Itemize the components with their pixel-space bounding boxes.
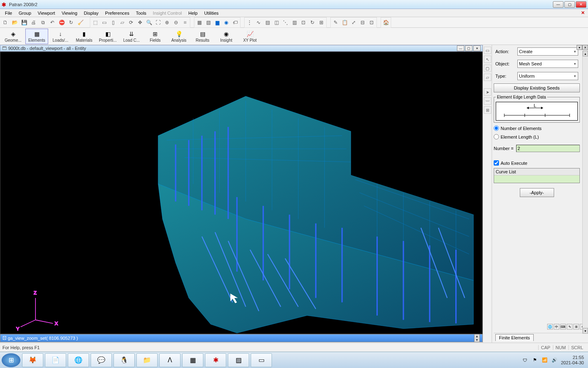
maximize-button[interactable]: ▢ — [564, 1, 575, 8]
zoom-icon[interactable]: 🔍 — [145, 18, 154, 27]
zoom-out-icon[interactable]: ⊖ — [172, 18, 180, 27]
tool-b-icon[interactable]: 📋 — [340, 18, 349, 27]
menu-insight-control[interactable]: Insight Control — [149, 10, 185, 16]
tray-flag-icon[interactable]: ⚑ — [532, 357, 538, 364]
menu-help[interactable]: Help — [185, 10, 201, 16]
pick-any-icon[interactable]: ⊡ — [299, 18, 308, 27]
taskbar-explorer[interactable]: 📁 — [136, 353, 158, 367]
analysis-button[interactable]: 💡Analysis — [167, 29, 190, 44]
history-scroll-up[interactable]: ▲▼ — [474, 334, 480, 342]
zoom-in-icon[interactable]: ⊕ — [163, 18, 172, 27]
hidden-icon[interactable]: ▧ — [204, 18, 213, 27]
display-seeds-button[interactable]: Display Existing Seeds — [494, 83, 580, 92]
label-icon[interactable]: 🏷 — [231, 18, 240, 27]
tray-network-icon[interactable]: 📶 — [541, 357, 548, 364]
insight-button[interactable]: ◉Insight — [215, 29, 238, 44]
object-dropdown[interactable]: Mesh Seed▼ — [517, 60, 578, 68]
close-button[interactable]: ✕ — [576, 1, 586, 8]
menu-group[interactable]: Group — [16, 10, 35, 16]
pick-curve-icon[interactable]: ∿ — [254, 18, 263, 27]
pick-elem-icon[interactable]: ▥ — [290, 18, 299, 27]
view-side-icon[interactable]: ▯ — [109, 18, 118, 27]
home-icon[interactable]: 🏠 — [381, 18, 390, 27]
pick-rect-icon[interactable]: ▢ — [484, 65, 491, 72]
start-button[interactable]: ⊞ — [2, 353, 20, 367]
wireframe-icon[interactable]: ▦ — [195, 18, 204, 27]
menu-preferences[interactable]: Preferences — [102, 10, 132, 16]
elements-button[interactable]: ▦Elements — [25, 29, 48, 44]
tray-shield-icon[interactable]: 🛡 — [522, 357, 528, 364]
new-icon[interactable]: 🗋 — [1, 18, 10, 27]
scroll-down-icon[interactable]: ▼ — [583, 328, 588, 334]
tray-sound-icon[interactable]: 🔊 — [551, 357, 558, 364]
taskbar-firefox[interactable]: 🦊 — [22, 353, 43, 367]
pick-solid-icon[interactable]: ◫ — [272, 18, 281, 27]
type-dropdown[interactable]: Uniform▼ — [517, 72, 578, 80]
pick-arrow-icon[interactable]: ➤ — [484, 88, 491, 96]
action-dropdown[interactable]: Create▼ — [517, 47, 578, 56]
viewport-close-button[interactable]: ✕ — [473, 45, 481, 51]
view-iso-icon[interactable]: ⬚ — [91, 18, 100, 27]
pick-filter-icon[interactable]: ▭ — [484, 47, 491, 54]
taskbar-app3[interactable]: ▭ — [251, 353, 272, 367]
broom-icon[interactable]: 🧹 — [76, 18, 85, 27]
tray-ime1-icon[interactable]: ⌨ — [560, 324, 566, 330]
print-icon[interactable]: 🖨 — [29, 18, 38, 27]
viewport-min-button[interactable]: — — [457, 45, 464, 51]
view-top-icon[interactable]: ▱ — [118, 18, 127, 27]
tool-d-icon[interactable]: ⊟ — [358, 18, 367, 27]
pick-point-icon[interactable]: ⋮ — [245, 18, 254, 27]
viewport-max-button[interactable]: ▢ — [465, 45, 472, 51]
tab-finite-elements[interactable]: Finite Elements — [495, 334, 534, 341]
menu-file[interactable]: File — [2, 10, 16, 16]
open-icon[interactable]: 📂 — [10, 18, 19, 27]
radio-number[interactable] — [494, 126, 499, 131]
smooth-icon[interactable]: ◉ — [222, 18, 231, 27]
menu-tools[interactable]: Tools — [133, 10, 150, 16]
pick-cycle-icon[interactable]: ↻ — [308, 18, 317, 27]
tray-zh-icon[interactable]: 中 — [554, 324, 559, 330]
viewport-3d-canvas[interactable]: Z Y X — [0, 52, 483, 334]
menu-viewing[interactable]: Viewing — [58, 10, 80, 16]
number-input[interactable] — [516, 145, 580, 152]
pick-cursor-icon[interactable]: ↖ — [484, 56, 491, 63]
taskbar-wechat[interactable]: 💬 — [91, 353, 112, 367]
fit-icon[interactable]: ⛶ — [154, 18, 163, 27]
loadcases-button[interactable]: ⇊Load C... — [120, 29, 143, 44]
taskbar-patran[interactable]: ✱ — [205, 353, 226, 367]
scroll-up-icon[interactable]: ▲ — [583, 51, 588, 56]
tray-globe-icon[interactable]: 🌐 — [547, 324, 553, 330]
mdi-close-icon[interactable]: ✕ — [579, 10, 586, 16]
abort-icon[interactable]: ⛔ — [57, 18, 66, 27]
pan-icon[interactable]: ✥ — [136, 18, 145, 27]
tray-ime2-icon[interactable]: ✎ — [567, 324, 572, 330]
taskbar-browser[interactable]: 🌐 — [68, 353, 89, 367]
xyplot-button[interactable]: 📈XY Plot — [238, 29, 261, 44]
refresh-icon[interactable]: ↻ — [67, 18, 76, 27]
pick-node-icon[interactable]: ⋱ — [281, 18, 290, 27]
system-clock[interactable]: 21:55 2021-04-30 — [561, 355, 584, 365]
fields-button[interactable]: ⊞Fields — [144, 29, 167, 44]
panel-pin-icon[interactable]: ▾ — [577, 45, 582, 50]
pick-surface-icon[interactable]: ▤ — [263, 18, 272, 27]
menu-display[interactable]: Display — [80, 10, 102, 16]
taskbar-qq[interactable]: 🐧 — [114, 353, 135, 367]
results-button[interactable]: ▤Results — [191, 29, 214, 44]
save-icon[interactable]: 💾 — [20, 18, 29, 27]
undo-icon[interactable]: ↶ — [48, 18, 57, 27]
properties-button[interactable]: ◧Properti... — [96, 29, 119, 44]
pick-grid-icon[interactable]: ⊞ — [484, 106, 491, 114]
zoom-box-icon[interactable]: ⌗ — [180, 18, 189, 27]
taskbar-ansys[interactable]: Λ — [159, 353, 180, 367]
tray-ime3-icon[interactable]: ⊞ — [573, 324, 579, 330]
history-close-icon[interactable]: × — [3, 336, 6, 340]
rotate-icon[interactable]: ⟳ — [127, 18, 136, 27]
geometry-button[interactable]: ◈Geome... — [2, 29, 24, 44]
loads-button[interactable]: ↓Loads/... — [49, 29, 72, 44]
materials-button[interactable]: ▮Materials — [73, 29, 96, 44]
radio-length-row[interactable]: Element Length (L) — [494, 134, 580, 140]
radio-length[interactable] — [494, 134, 499, 139]
view-front-icon[interactable]: ▭ — [100, 18, 109, 27]
pick-wave-icon[interactable]: 〰 — [484, 97, 491, 105]
taskbar-notepad[interactable]: 📄 — [45, 353, 66, 367]
